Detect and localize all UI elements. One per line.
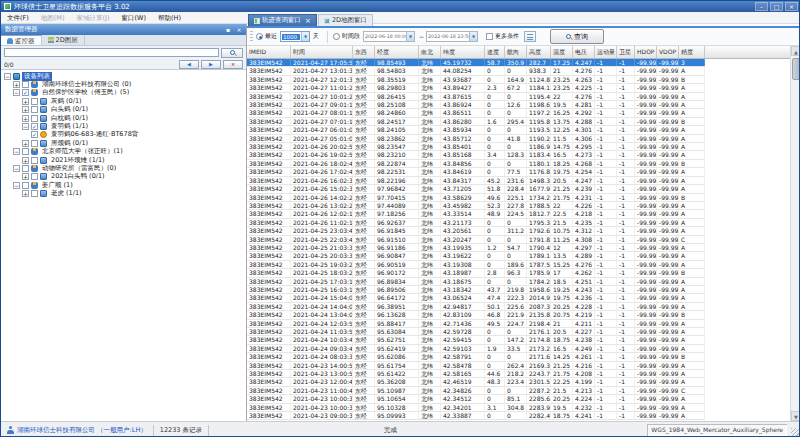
table-header-cell[interactable]: 航向 <box>505 46 527 58</box>
table-row[interactable]: 383EIM5422021-04-25 21:03:38东经96.91186北纬… <box>247 244 705 252</box>
table-header-cell[interactable]: 南北 <box>419 46 441 58</box>
table-header-cell[interactable]: 高度 <box>527 46 551 58</box>
table-row[interactable]: 383EIM5422021-04-24 13:04:00东经96.13628北纬… <box>247 311 705 319</box>
tree-row[interactable]: ✓蓑羽鹤06-683-通红·BT678背 <box>1 131 246 139</box>
table-row[interactable]: 383EIM5422021-04-24 12:03:55东经95.88417北纬… <box>247 320 705 328</box>
query-button[interactable]: 查询 <box>550 29 604 44</box>
tree-expander-icon[interactable]: + <box>22 140 29 147</box>
table-header-cell[interactable]: 时间 <box>291 46 353 58</box>
scroll-up-arrow[interactable]: ▲ <box>791 46 800 56</box>
table-row[interactable]: 383EIM5422021-04-26 12:02:17东经97.18256北纬… <box>247 210 705 218</box>
table-row[interactable]: 383EIM5422021-04-25 18:03:24东经96.90172北纬… <box>247 269 705 277</box>
recent-days-combo[interactable]: 1000 ▼ <box>280 31 310 42</box>
table-row[interactable]: 383EIM5422021-04-26 17:02:41东经98.22531北纬… <box>247 168 705 176</box>
chevron-down-icon[interactable]: ▼ <box>301 32 309 41</box>
pin-icon[interactable]: ▪ <box>224 26 232 34</box>
table-row[interactable]: 383EIM5422021-04-23 13:00:53东经95.61422北纬… <box>247 370 705 378</box>
table-row[interactable]: 383EIM5422021-04-26 11:02:12东经96.92637北纬… <box>247 219 705 227</box>
tree-expander-icon[interactable]: + <box>22 173 29 180</box>
tree-row[interactable]: −北京师范大学（张正旺）(1) <box>1 148 246 156</box>
menu-item[interactable]: 文件(F) <box>1 12 35 24</box>
chevron-down-icon[interactable]: ▼ <box>469 32 477 41</box>
table-row[interactable]: 383EIM5422021-04-25 20:03:33东经96.90847北纬… <box>247 252 705 260</box>
menu-item[interactable]: 帮助(H) <box>152 12 187 24</box>
table-header-cell[interactable]: 东西 <box>353 46 375 58</box>
search-input[interactable] <box>4 48 219 57</box>
table-row[interactable]: 383EIM5422021-04-27 12:01:36东经98.35519北纬… <box>247 76 705 84</box>
tree-checkbox[interactable] <box>31 106 38 113</box>
tab-monitor[interactable]: 监控器 <box>1 35 42 45</box>
tree-checkbox[interactable]: ✓ <box>31 131 38 138</box>
tree-checkbox[interactable] <box>31 173 38 180</box>
tab-2d-map-window[interactable]: 2D地图窗口 <box>318 14 373 26</box>
table-row[interactable]: 383EIM5422021-04-27 13:01:36东经98.54803北纬… <box>247 67 705 75</box>
table-row[interactable]: 383EIM5422021-04-26 18:02:46东经98.22874北纬… <box>247 160 705 168</box>
tree-expander-icon[interactable]: + <box>13 81 20 88</box>
table-row[interactable]: 383EIM5422021-04-25 16:03:14东经96.89506北纬… <box>247 286 705 294</box>
table-row[interactable]: 383EIM5422021-04-27 09:01:19东经98.25108北纬… <box>247 101 705 109</box>
tree-checkbox[interactable] <box>22 182 29 189</box>
table-row[interactable]: 383EIM5422021-04-27 07:01:10东经98.24517北纬… <box>247 118 705 126</box>
tree-expander-icon[interactable]: − <box>13 182 20 189</box>
tree-checkbox[interactable] <box>22 81 29 88</box>
tree-checkbox[interactable] <box>31 157 38 164</box>
table-row[interactable]: 383EIM5422021-04-27 11:01:29东经98.29803北纬… <box>247 84 705 92</box>
tab-2d-layers[interactable]: 2D图层 <box>42 35 85 45</box>
tree-expander-icon[interactable]: + <box>22 157 29 164</box>
table-row[interactable]: 383EIM5422021-04-26 16:02:36东经98.22196北纬… <box>247 177 705 185</box>
tree-checkbox[interactable] <box>22 165 29 172</box>
tree-expander-icon[interactable]: − <box>13 89 20 96</box>
tree-row[interactable]: +白枕鹤 (0/1) <box>1 114 246 122</box>
table-row[interactable]: 383EIM5422021-04-26 20:02:55东经98.23547北纬… <box>247 143 705 151</box>
tree-checkbox[interactable] <box>31 115 38 122</box>
tree-checkbox[interactable] <box>31 98 38 105</box>
tree-row[interactable]: −动物研究所（雷富民）(0) <box>1 164 246 172</box>
maximize-button[interactable]: □ <box>770 2 783 11</box>
tree-row[interactable]: −✓自然保护区学校（傅玉民）(5) <box>1 89 246 97</box>
table-row[interactable]: 383EIM5422021-04-27 17:05:52东经98.85493北纬… <box>247 59 705 67</box>
tree-expander-icon[interactable]: − <box>13 148 20 155</box>
panel-close-icon[interactable]: × <box>235 26 243 34</box>
tree-row[interactable]: +2021白头鹎 (0/1) <box>1 173 246 181</box>
tree-expander-icon[interactable]: + <box>22 106 29 113</box>
prev-result-button[interactable]: ◀ <box>179 60 199 69</box>
table-row[interactable]: 383EIM5422021-04-24 09:03:41东经95.62419北纬… <box>247 345 705 353</box>
tree-checkbox[interactable] <box>22 148 29 155</box>
table-row[interactable]: 383EIM5422021-04-24 14:04:05东经96.38951北纬… <box>247 303 705 311</box>
tree-expander-icon[interactable]: + <box>22 115 29 122</box>
tree-row[interactable]: +灰鹤 (0/1) <box>1 97 246 105</box>
table-header-cell[interactable]: 纬度 <box>441 46 485 58</box>
toolbar-grip[interactable] <box>250 31 253 43</box>
table-row[interactable]: 383EIM5422021-04-24 10:03:46东经95.62751北纬… <box>247 336 705 344</box>
tree-checkbox[interactable]: ✓ <box>22 89 29 96</box>
table-header-cell[interactable]: IMEID <box>247 46 291 58</box>
table-row[interactable]: 383EIM5422021-04-26 13:02:22东经97.44089北纬… <box>247 202 705 210</box>
table-row[interactable]: 383EIM5422021-04-26 19:02:50东经98.23210北纬… <box>247 151 705 159</box>
table-row[interactable]: 383EIM5422021-04-25 19:03:28东经96.90519北纬… <box>247 261 705 269</box>
table-header-cell[interactable]: 电压 <box>573 46 595 58</box>
table-row[interactable]: 383EIM5422021-04-23 10:00:39东经95.10654北纬… <box>247 395 705 403</box>
recent-radio[interactable] <box>256 33 263 40</box>
tree-expander-icon[interactable]: − <box>22 123 29 130</box>
table-row[interactable]: 383EIM5422021-04-23 14:00:58东经95.61754北纬… <box>247 362 705 370</box>
table-row[interactable]: 383EIM5422021-04-27 10:01:24东经98.26415北纬… <box>247 93 705 101</box>
table-header-cell[interactable]: 精度 <box>679 46 705 58</box>
table-row[interactable]: 383EIM5422021-04-26 15:02:31东经97.96842北纬… <box>247 185 705 193</box>
next-result-button[interactable]: ▶ <box>201 60 221 69</box>
tree-expander-icon[interactable]: − <box>13 165 20 172</box>
chevron-down-icon[interactable]: ▼ <box>406 32 414 41</box>
table-row[interactable]: 383EIM5422021-04-24 15:04:09东经96.64172北纬… <box>247 294 705 302</box>
table-row[interactable]: 383EIM5422021-04-27 05:01:01东经98.23862北纬… <box>247 135 705 143</box>
table-header-cell[interactable]: 经度 <box>375 46 419 58</box>
table-row[interactable]: 383EIM5422021-04-27 08:01:15东经98.24860北纬… <box>247 109 705 117</box>
table-header-cell[interactable]: 速度 <box>485 46 505 58</box>
table-row[interactable]: 383EIM5422021-04-23 09:00:31东经95.09993北纬… <box>247 412 705 420</box>
minimize-button[interactable]: – <box>755 2 768 11</box>
tab-track-query-window[interactable]: 轨迹查询窗口 × <box>248 14 317 26</box>
table-row[interactable]: 383EIM5422021-04-26 14:02:27东经97.70415北纬… <box>247 194 705 202</box>
table-row[interactable]: 383EIM5422021-04-27 06:01:05东经98.24105北纬… <box>247 126 705 134</box>
more-conditions-checkbox[interactable] <box>486 33 493 40</box>
table-header-cell[interactable]: 温度 <box>551 46 573 58</box>
tree-row[interactable]: +老虎 (1/1) <box>1 189 246 197</box>
scroll-down-arrow[interactable]: ▼ <box>791 411 800 421</box>
